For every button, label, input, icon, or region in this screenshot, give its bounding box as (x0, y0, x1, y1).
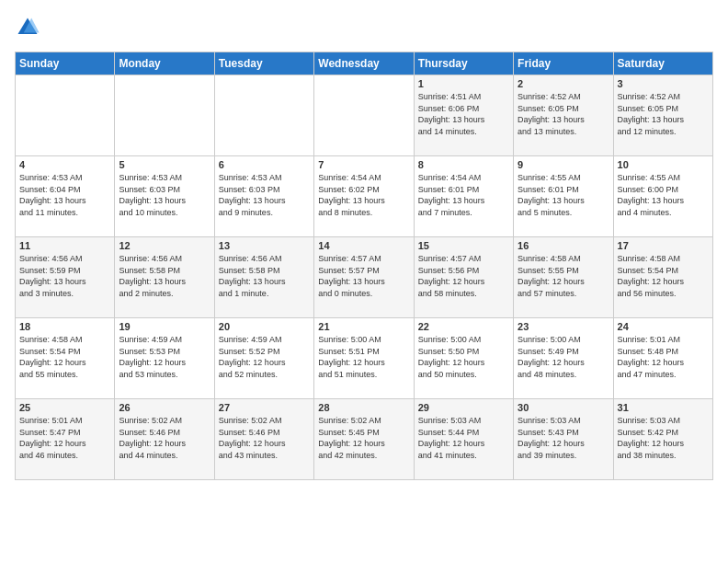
calendar-week-1: 1Sunrise: 4:51 AMSunset: 6:06 PMDaylight… (16, 75, 713, 156)
calendar-week-2: 4Sunrise: 4:53 AMSunset: 6:04 PMDaylight… (16, 156, 713, 237)
day-number: 12 (119, 240, 210, 251)
calendar-cell: 27Sunrise: 5:02 AMSunset: 5:46 PMDayligh… (214, 399, 313, 480)
calendar-cell: 7Sunrise: 4:54 AMSunset: 6:02 PMDaylight… (314, 156, 414, 237)
calendar-cell: 2Sunrise: 4:52 AMSunset: 6:05 PMDaylight… (514, 75, 613, 156)
day-number: 6 (219, 159, 310, 170)
day-info: Sunrise: 4:52 AMSunset: 6:05 PMDaylight:… (518, 91, 609, 137)
calendar-cell: 8Sunrise: 4:54 AMSunset: 6:01 PMDaylight… (414, 156, 513, 237)
calendar-week-4: 18Sunrise: 4:58 AMSunset: 5:54 PMDayligh… (16, 318, 713, 399)
day-info: Sunrise: 4:57 AMSunset: 5:57 PMDaylight:… (318, 253, 409, 299)
calendar-cell: 9Sunrise: 4:55 AMSunset: 6:01 PMDaylight… (514, 156, 613, 237)
calendar-week-3: 11Sunrise: 4:56 AMSunset: 5:59 PMDayligh… (16, 237, 713, 318)
day-number: 8 (418, 159, 509, 170)
calendar-cell: 6Sunrise: 4:53 AMSunset: 6:03 PMDaylight… (214, 156, 313, 237)
day-number: 10 (618, 159, 709, 170)
day-info: Sunrise: 5:00 AMSunset: 5:51 PMDaylight:… (318, 334, 409, 380)
day-number: 15 (418, 240, 509, 251)
calendar-cell: 28Sunrise: 5:02 AMSunset: 5:45 PMDayligh… (314, 399, 414, 480)
day-number: 21 (318, 321, 409, 332)
day-info: Sunrise: 5:02 AMSunset: 5:46 PMDaylight:… (219, 415, 310, 461)
calendar-cell: 21Sunrise: 5:00 AMSunset: 5:51 PMDayligh… (314, 318, 414, 399)
day-info: Sunrise: 5:03 AMSunset: 5:43 PMDaylight:… (518, 415, 609, 461)
day-number: 17 (618, 240, 709, 251)
day-info: Sunrise: 5:01 AMSunset: 5:48 PMDaylight:… (618, 334, 709, 380)
day-number: 31 (618, 402, 709, 413)
day-info: Sunrise: 4:54 AMSunset: 6:01 PMDaylight:… (418, 172, 509, 218)
calendar-cell: 5Sunrise: 4:53 AMSunset: 6:03 PMDaylight… (115, 156, 214, 237)
logo (15, 15, 44, 40)
calendar-cell (214, 75, 313, 156)
day-info: Sunrise: 4:58 AMSunset: 5:54 PMDaylight:… (618, 253, 709, 299)
logo-icon (15, 15, 40, 40)
calendar-cell: 16Sunrise: 4:58 AMSunset: 5:55 PMDayligh… (514, 237, 613, 318)
day-number: 2 (518, 78, 609, 89)
day-number: 5 (119, 159, 210, 170)
calendar-cell: 13Sunrise: 4:56 AMSunset: 5:58 PMDayligh… (214, 237, 313, 318)
weekday-header-row: SundayMondayTuesdayWednesdayThursdayFrid… (16, 52, 713, 75)
day-info: Sunrise: 5:00 AMSunset: 5:49 PMDaylight:… (518, 334, 609, 380)
day-number: 3 (618, 78, 709, 89)
day-number: 9 (518, 159, 609, 170)
day-number: 25 (19, 402, 110, 413)
page-header (15, 15, 713, 40)
day-number: 18 (19, 321, 110, 332)
day-info: Sunrise: 4:56 AMSunset: 5:58 PMDaylight:… (219, 253, 310, 299)
weekday-header-friday: Friday (514, 52, 613, 75)
calendar-cell: 31Sunrise: 5:03 AMSunset: 5:42 PMDayligh… (613, 399, 712, 480)
day-info: Sunrise: 4:56 AMSunset: 5:59 PMDaylight:… (19, 253, 110, 299)
calendar-cell: 29Sunrise: 5:03 AMSunset: 5:44 PMDayligh… (414, 399, 513, 480)
day-info: Sunrise: 4:51 AMSunset: 6:06 PMDaylight:… (418, 91, 509, 137)
day-info: Sunrise: 4:55 AMSunset: 6:00 PMDaylight:… (618, 172, 709, 218)
calendar-cell: 20Sunrise: 4:59 AMSunset: 5:52 PMDayligh… (214, 318, 313, 399)
day-info: Sunrise: 5:02 AMSunset: 5:46 PMDaylight:… (119, 415, 210, 461)
calendar-week-5: 25Sunrise: 5:01 AMSunset: 5:47 PMDayligh… (16, 399, 713, 480)
day-info: Sunrise: 4:53 AMSunset: 6:04 PMDaylight:… (19, 172, 110, 218)
day-number: 19 (119, 321, 210, 332)
day-number: 13 (219, 240, 310, 251)
calendar-cell: 4Sunrise: 4:53 AMSunset: 6:04 PMDaylight… (16, 156, 115, 237)
calendar-cell: 19Sunrise: 4:59 AMSunset: 5:53 PMDayligh… (115, 318, 214, 399)
weekday-header-sunday: Sunday (16, 52, 115, 75)
calendar-cell: 26Sunrise: 5:02 AMSunset: 5:46 PMDayligh… (115, 399, 214, 480)
day-number: 11 (19, 240, 110, 251)
day-info: Sunrise: 5:02 AMSunset: 5:45 PMDaylight:… (318, 415, 409, 461)
day-number: 23 (518, 321, 609, 332)
calendar-cell (16, 75, 115, 156)
day-number: 28 (318, 402, 409, 413)
calendar-cell: 30Sunrise: 5:03 AMSunset: 5:43 PMDayligh… (514, 399, 613, 480)
calendar-cell: 24Sunrise: 5:01 AMSunset: 5:48 PMDayligh… (613, 318, 712, 399)
day-info: Sunrise: 4:58 AMSunset: 5:55 PMDaylight:… (518, 253, 609, 299)
calendar-cell (115, 75, 214, 156)
day-info: Sunrise: 4:58 AMSunset: 5:54 PMDaylight:… (19, 334, 110, 380)
day-info: Sunrise: 4:53 AMSunset: 6:03 PMDaylight:… (219, 172, 310, 218)
day-number: 29 (418, 402, 509, 413)
weekday-header-wednesday: Wednesday (314, 52, 414, 75)
day-info: Sunrise: 4:53 AMSunset: 6:03 PMDaylight:… (119, 172, 210, 218)
calendar-cell: 15Sunrise: 4:57 AMSunset: 5:56 PMDayligh… (414, 237, 513, 318)
day-info: Sunrise: 4:55 AMSunset: 6:01 PMDaylight:… (518, 172, 609, 218)
calendar-cell (314, 75, 414, 156)
day-number: 7 (318, 159, 409, 170)
calendar-table: SundayMondayTuesdayWednesdayThursdayFrid… (15, 52, 713, 480)
weekday-header-saturday: Saturday (613, 52, 712, 75)
day-info: Sunrise: 5:01 AMSunset: 5:47 PMDaylight:… (19, 415, 110, 461)
day-number: 26 (119, 402, 210, 413)
day-info: Sunrise: 4:52 AMSunset: 6:05 PMDaylight:… (618, 91, 709, 137)
calendar-cell: 23Sunrise: 5:00 AMSunset: 5:49 PMDayligh… (514, 318, 613, 399)
calendar-cell: 22Sunrise: 5:00 AMSunset: 5:50 PMDayligh… (414, 318, 513, 399)
day-info: Sunrise: 5:00 AMSunset: 5:50 PMDaylight:… (418, 334, 509, 380)
calendar-cell: 3Sunrise: 4:52 AMSunset: 6:05 PMDaylight… (613, 75, 712, 156)
day-number: 16 (518, 240, 609, 251)
calendar-cell: 18Sunrise: 4:58 AMSunset: 5:54 PMDayligh… (16, 318, 115, 399)
calendar-cell: 25Sunrise: 5:01 AMSunset: 5:47 PMDayligh… (16, 399, 115, 480)
day-number: 24 (618, 321, 709, 332)
calendar-cell: 14Sunrise: 4:57 AMSunset: 5:57 PMDayligh… (314, 237, 414, 318)
day-number: 22 (418, 321, 509, 332)
day-info: Sunrise: 4:59 AMSunset: 5:53 PMDaylight:… (119, 334, 210, 380)
calendar-cell: 12Sunrise: 4:56 AMSunset: 5:58 PMDayligh… (115, 237, 214, 318)
weekday-header-thursday: Thursday (414, 52, 513, 75)
calendar-cell: 17Sunrise: 4:58 AMSunset: 5:54 PMDayligh… (613, 237, 712, 318)
day-number: 1 (418, 78, 509, 89)
day-number: 20 (219, 321, 310, 332)
day-info: Sunrise: 5:03 AMSunset: 5:44 PMDaylight:… (418, 415, 509, 461)
